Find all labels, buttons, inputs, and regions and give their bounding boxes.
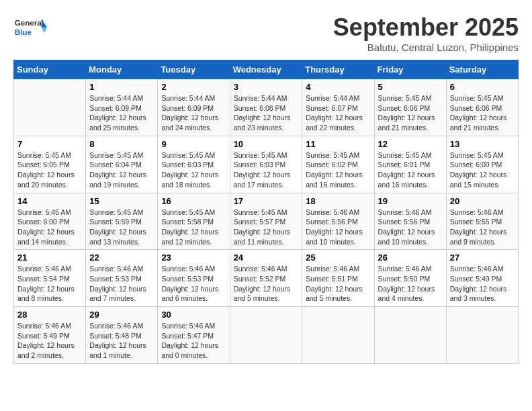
day-info: Sunrise: 5:44 AM Sunset: 6:08 PM Dayligh… — [234, 93, 299, 133]
location-subtitle: Balutu, Central Luzon, Philippines — [333, 42, 519, 53]
day-info: Sunrise: 5:45 AM Sunset: 6:01 PM Dayligh… — [378, 150, 443, 190]
day-number: 8 — [89, 139, 154, 149]
calendar-cell: 23Sunrise: 5:46 AM Sunset: 5:53 PM Dayli… — [158, 250, 230, 307]
day-number: 22 — [89, 253, 154, 263]
day-info: Sunrise: 5:46 AM Sunset: 5:49 PM Dayligh… — [450, 264, 515, 304]
title-area: September 2025 Balutu, Central Luzon, Ph… — [333, 13, 519, 53]
calendar-cell: 5Sunrise: 5:45 AM Sunset: 6:06 PM Daylig… — [374, 79, 446, 136]
header-sunday: Sunday — [14, 60, 86, 79]
day-number: 24 — [234, 253, 299, 263]
day-info: Sunrise: 5:46 AM Sunset: 5:53 PM Dayligh… — [89, 264, 154, 304]
day-info: Sunrise: 5:45 AM Sunset: 6:05 PM Dayligh… — [17, 150, 82, 190]
month-title: September 2025 — [333, 13, 519, 42]
svg-marker-3 — [42, 28, 47, 33]
calendar-cell: 24Sunrise: 5:46 AM Sunset: 5:52 PM Dayli… — [230, 250, 302, 307]
day-info: Sunrise: 5:46 AM Sunset: 5:47 PM Dayligh… — [161, 321, 226, 361]
day-info: Sunrise: 5:46 AM Sunset: 5:53 PM Dayligh… — [161, 264, 226, 304]
calendar-cell — [230, 307, 302, 364]
calendar-cell: 6Sunrise: 5:45 AM Sunset: 6:06 PM Daylig… — [446, 79, 518, 136]
calendar-cell — [14, 79, 86, 136]
day-info: Sunrise: 5:46 AM Sunset: 5:55 PM Dayligh… — [450, 208, 515, 247]
calendar-cell: 16Sunrise: 5:45 AM Sunset: 5:58 PM Dayli… — [158, 193, 230, 250]
calendar-cell: 11Sunrise: 5:45 AM Sunset: 6:02 PM Dayli… — [302, 136, 374, 193]
day-info: Sunrise: 5:45 AM Sunset: 6:03 PM Dayligh… — [161, 150, 226, 190]
calendar-table: SundayMondayTuesdayWednesdayThursdayFrid… — [13, 60, 519, 364]
day-info: Sunrise: 5:45 AM Sunset: 6:00 PM Dayligh… — [17, 208, 82, 247]
calendar-cell: 3Sunrise: 5:44 AM Sunset: 6:08 PM Daylig… — [230, 79, 302, 136]
day-number: 3 — [234, 82, 299, 92]
calendar-cell: 10Sunrise: 5:45 AM Sunset: 6:03 PM Dayli… — [230, 136, 302, 193]
day-info: Sunrise: 5:44 AM Sunset: 6:09 PM Dayligh… — [161, 93, 226, 133]
day-info: Sunrise: 5:45 AM Sunset: 5:57 PM Dayligh… — [234, 208, 299, 247]
header-wednesday: Wednesday — [230, 60, 302, 79]
calendar-cell: 14Sunrise: 5:45 AM Sunset: 6:00 PM Dayli… — [14, 193, 86, 250]
day-number: 1 — [89, 82, 154, 92]
svg-text:Blue: Blue — [15, 28, 32, 36]
calendar-cell: 18Sunrise: 5:46 AM Sunset: 5:56 PM Dayli… — [302, 193, 374, 250]
header-thursday: Thursday — [302, 60, 374, 79]
day-info: Sunrise: 5:46 AM Sunset: 5:50 PM Dayligh… — [378, 264, 443, 304]
header-friday: Friday — [374, 60, 446, 79]
calendar-cell: 13Sunrise: 5:45 AM Sunset: 6:00 PM Dayli… — [446, 136, 518, 193]
day-number: 19 — [378, 196, 443, 206]
calendar-cell: 15Sunrise: 5:45 AM Sunset: 5:59 PM Dayli… — [86, 193, 158, 250]
day-number: 28 — [17, 310, 82, 320]
calendar-cell — [374, 307, 446, 364]
day-info: Sunrise: 5:46 AM Sunset: 5:52 PM Dayligh… — [234, 264, 299, 304]
day-number: 20 — [450, 196, 515, 206]
day-info: Sunrise: 5:45 AM Sunset: 6:03 PM Dayligh… — [234, 150, 299, 190]
calendar-cell — [446, 307, 518, 364]
day-number: 30 — [161, 310, 226, 320]
day-info: Sunrise: 5:46 AM Sunset: 5:49 PM Dayligh… — [17, 321, 82, 361]
calendar-header-row: SundayMondayTuesdayWednesdayThursdayFrid… — [14, 60, 519, 79]
day-number: 18 — [306, 196, 370, 206]
day-info: Sunrise: 5:46 AM Sunset: 5:48 PM Dayligh… — [89, 321, 154, 361]
week-row-4: 21Sunrise: 5:46 AM Sunset: 5:54 PM Dayli… — [14, 250, 519, 307]
day-number: 5 — [378, 82, 443, 92]
day-info: Sunrise: 5:46 AM Sunset: 5:56 PM Dayligh… — [378, 208, 443, 247]
calendar-cell: 4Sunrise: 5:44 AM Sunset: 6:07 PM Daylig… — [302, 79, 374, 136]
day-number: 23 — [161, 253, 226, 263]
calendar-cell: 2Sunrise: 5:44 AM Sunset: 6:09 PM Daylig… — [158, 79, 230, 136]
calendar-cell: 1Sunrise: 5:44 AM Sunset: 6:09 PM Daylig… — [86, 79, 158, 136]
calendar-cell: 27Sunrise: 5:46 AM Sunset: 5:49 PM Dayli… — [446, 250, 518, 307]
calendar-cell: 21Sunrise: 5:46 AM Sunset: 5:54 PM Dayli… — [14, 250, 86, 307]
day-info: Sunrise: 5:44 AM Sunset: 6:09 PM Dayligh… — [89, 93, 154, 133]
svg-text:General: General — [15, 18, 44, 27]
calendar-cell: 19Sunrise: 5:46 AM Sunset: 5:56 PM Dayli… — [374, 193, 446, 250]
day-info: Sunrise: 5:45 AM Sunset: 6:00 PM Dayligh… — [450, 150, 515, 190]
day-number: 10 — [234, 139, 299, 149]
day-number: 15 — [89, 196, 154, 206]
header-monday: Monday — [86, 60, 158, 79]
calendar-cell: 7Sunrise: 5:45 AM Sunset: 6:05 PM Daylig… — [14, 136, 86, 193]
day-info: Sunrise: 5:44 AM Sunset: 6:07 PM Dayligh… — [306, 93, 370, 133]
day-info: Sunrise: 5:46 AM Sunset: 5:51 PM Dayligh… — [306, 264, 370, 304]
day-number: 26 — [378, 253, 443, 263]
day-number: 29 — [89, 310, 154, 320]
calendar-cell: 12Sunrise: 5:45 AM Sunset: 6:01 PM Dayli… — [374, 136, 446, 193]
day-number: 21 — [17, 253, 82, 263]
calendar-cell: 22Sunrise: 5:46 AM Sunset: 5:53 PM Dayli… — [86, 250, 158, 307]
calendar-cell: 30Sunrise: 5:46 AM Sunset: 5:47 PM Dayli… — [158, 307, 230, 364]
week-row-3: 14Sunrise: 5:45 AM Sunset: 6:00 PM Dayli… — [14, 193, 519, 250]
week-row-5: 28Sunrise: 5:46 AM Sunset: 5:49 PM Dayli… — [14, 307, 519, 364]
day-number: 6 — [450, 82, 515, 92]
calendar-cell: 8Sunrise: 5:45 AM Sunset: 6:04 PM Daylig… — [86, 136, 158, 193]
day-number: 9 — [161, 139, 226, 149]
day-number: 27 — [450, 253, 515, 263]
day-info: Sunrise: 5:45 AM Sunset: 6:04 PM Dayligh… — [89, 150, 154, 190]
day-number: 11 — [306, 139, 370, 149]
week-row-2: 7Sunrise: 5:45 AM Sunset: 6:05 PM Daylig… — [14, 136, 519, 193]
day-info: Sunrise: 5:45 AM Sunset: 5:58 PM Dayligh… — [161, 208, 226, 247]
day-info: Sunrise: 5:45 AM Sunset: 6:06 PM Dayligh… — [450, 93, 515, 133]
header-tuesday: Tuesday — [158, 60, 230, 79]
header-saturday: Saturday — [446, 60, 518, 79]
calendar-cell: 17Sunrise: 5:45 AM Sunset: 5:57 PM Dayli… — [230, 193, 302, 250]
day-number: 13 — [450, 139, 515, 149]
calendar-cell: 29Sunrise: 5:46 AM Sunset: 5:48 PM Dayli… — [86, 307, 158, 364]
day-number: 2 — [161, 82, 226, 92]
calendar-cell: 26Sunrise: 5:46 AM Sunset: 5:50 PM Dayli… — [374, 250, 446, 307]
day-info: Sunrise: 5:46 AM Sunset: 5:56 PM Dayligh… — [306, 208, 370, 247]
day-info: Sunrise: 5:45 AM Sunset: 6:02 PM Dayligh… — [306, 150, 370, 190]
calendar-cell: 20Sunrise: 5:46 AM Sunset: 5:55 PM Dayli… — [446, 193, 518, 250]
